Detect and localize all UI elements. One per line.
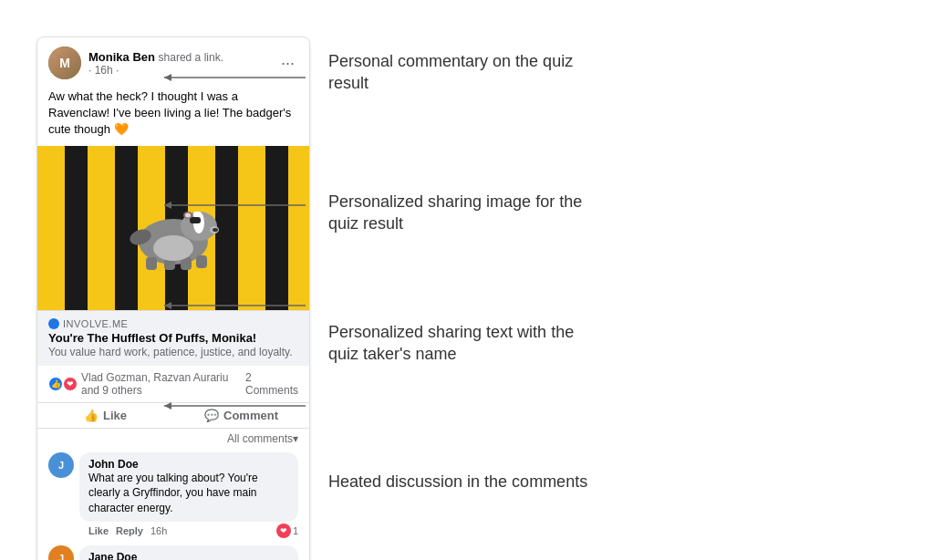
like-icon: 👍 [84, 409, 99, 422]
facebook-post-card: M Monika Ben shared a link. · 16h · ··· … [36, 36, 310, 560]
user-info: Monika Ben shared a link. · 16h · [88, 50, 223, 77]
annotation-3: Personalized sharing text with the quiz … [328, 321, 879, 366]
all-comments-toggle[interactable]: All comments ▾ [37, 429, 309, 449]
comment-avatar-john: J [48, 452, 74, 478]
badger-image [119, 182, 228, 274]
shared-label: shared a link. [159, 51, 223, 64]
annotation-text-4: Heated discussion in the comments [328, 471, 587, 493]
reactions-bar: 👍 ❤ Vlad Gozman, Razvan Aurariu and 9 ot… [37, 366, 309, 403]
post-image [37, 146, 309, 310]
svg-rect-12 [196, 255, 207, 268]
comment-reply-john[interactable]: Reply [116, 525, 143, 536]
comment-item: J Jane Doe I was thinking Gryffindor too… [48, 545, 298, 560]
post-header: M Monika Ben shared a link. · 16h · ··· [37, 37, 309, 85]
post-more-options[interactable]: ··· [277, 50, 298, 77]
svg-point-14 [153, 235, 193, 261]
commenter-name-john: John Doe [88, 458, 289, 471]
quiz-result-title: You're The Hufflest Of Puffs, Monika! [48, 331, 298, 345]
post-time: · 16h · [88, 64, 223, 77]
svg-rect-3 [190, 217, 201, 223]
comment-text-john: What are you talking about? You're clear… [88, 471, 289, 516]
annotation-text-3: Personalized sharing text with the quiz … [328, 321, 602, 366]
comment-bubble-john: John Doe What are you talking about? You… [79, 452, 298, 522]
comment-like-john[interactable]: Like [88, 525, 109, 536]
annotation-text-1: Personal commentary on the quiz result [328, 50, 602, 95]
annotations-panel: Personal commentary on the quiz result P… [310, 36, 898, 493]
site-name: ✓ INVOLVE.ME [48, 318, 298, 329]
like-reaction: 👍 [48, 377, 63, 391]
action-bar: 👍 Like 💬 Comment [37, 403, 309, 429]
annotation-text-2: Personalized sharing image for the quiz … [328, 191, 602, 235]
comment-icon: 💬 [204, 409, 219, 422]
post-avatar: M [48, 47, 81, 79]
chevron-down-icon: ▾ [293, 432, 298, 445]
svg-rect-4 [193, 212, 201, 217]
svg-point-8 [185, 213, 191, 217]
comment-bubble-jane: Jane Doe I was thinking Gryffindor too, … [79, 545, 298, 560]
like-button[interactable]: 👍 Like [37, 403, 173, 428]
svg-point-6 [213, 228, 218, 232]
username: Monika Ben [88, 50, 155, 64]
comment-item: J John Doe What are you talking about? Y… [48, 452, 298, 538]
comments-section: J John Doe What are you talking about? Y… [37, 449, 309, 560]
annotation-2: Personalized sharing image for the quiz … [328, 191, 879, 235]
reaction-icons: 👍 ❤ [48, 377, 78, 391]
link-metadata: ✓ INVOLVE.ME You're The Hufflest Of Puff… [37, 310, 309, 366]
comments-count[interactable]: 2 Comments [245, 371, 298, 397]
quiz-result-description: You value hard work, patience, justice, … [48, 346, 298, 358]
love-reaction: ❤ [63, 377, 78, 391]
annotation-1: Personal commentary on the quiz result [328, 50, 879, 95]
reactors-names: Vlad Gozman, Razvan Aurariu and 9 others [81, 371, 245, 397]
comment-button[interactable]: 💬 Comment [173, 403, 309, 428]
involve-logo: ✓ [48, 318, 59, 329]
comment-time-john: 16h [150, 525, 167, 536]
svg-rect-9 [146, 257, 157, 270]
annotation-4: Heated discussion in the comments [328, 471, 879, 493]
commenter-name-jane: Jane Doe [88, 551, 289, 560]
comment-heart-reaction: ❤ [276, 524, 291, 538]
post-caption: Aw what the heck? I thought I was a Rave… [37, 85, 309, 146]
comment-avatar-jane: J [48, 545, 74, 560]
